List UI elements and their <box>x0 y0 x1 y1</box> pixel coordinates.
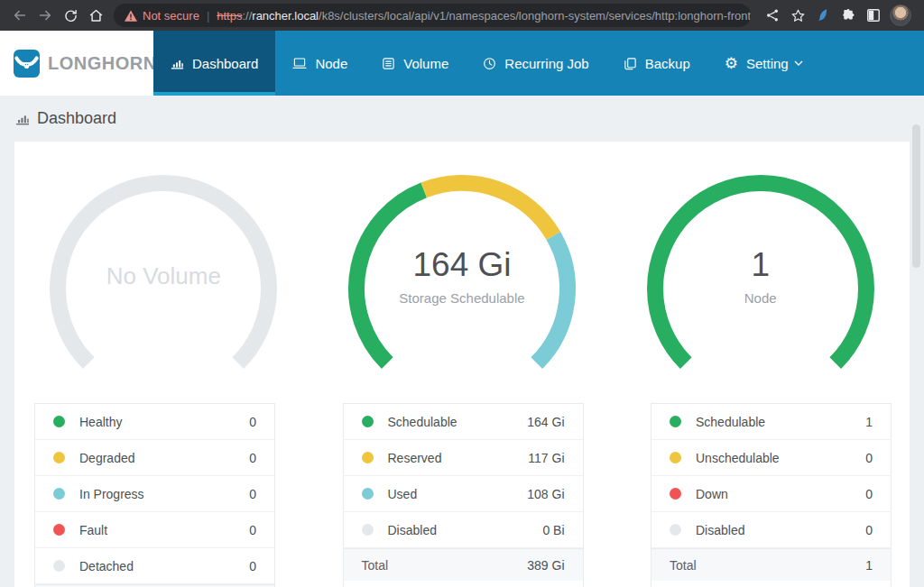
page-title-bar: Dashboard <box>0 96 924 142</box>
legend-label: Schedulable <box>388 415 457 429</box>
status-dot <box>53 416 65 427</box>
legend-value: 164 Gi <box>527 415 564 429</box>
copy-icon <box>624 57 637 70</box>
legend-label: Detached <box>79 559 134 573</box>
nav-tab-backup[interactable]: Backup <box>606 31 707 96</box>
legend-row-disabled: Disabled0 <box>651 512 891 548</box>
extensions-puzzle-icon[interactable] <box>836 3 861 28</box>
url-bar[interactable]: Not secure | https://rancher.local/k8s/c… <box>114 4 751 27</box>
nav-tab-label: Volume <box>403 56 448 71</box>
legend-value: 0 <box>249 487 256 501</box>
legend-label: Fault <box>79 523 107 537</box>
legend-label: Disabled <box>388 523 437 537</box>
legend-card: Healthy0Degraded0In Progress0Fault0Detac… <box>34 403 275 587</box>
chevron-down-icon <box>794 60 803 66</box>
page-title: Dashboard <box>37 109 116 128</box>
list-icon <box>382 57 395 70</box>
status-dot <box>362 416 374 427</box>
legend-row-disabled: Disabled0 Bi <box>344 512 583 548</box>
legend-row-unschedulable: Unschedulable0 <box>651 440 891 476</box>
legend-row-used: Used108 Gi <box>344 476 583 512</box>
profile-avatar[interactable] <box>890 5 911 26</box>
forward-icon[interactable] <box>32 3 58 28</box>
nav-tab-volume[interactable]: Volume <box>365 31 466 96</box>
page-scrollbar[interactable] <box>912 124 920 268</box>
gauge-volume: No Volume <box>14 174 313 392</box>
status-dot <box>670 524 681 536</box>
total-value: 1 <box>865 558 873 573</box>
legend-value: 0 <box>865 487 873 501</box>
nav-tab-dashboard[interactable]: Dashboard <box>153 31 275 96</box>
browser-menu-icon[interactable] <box>915 3 924 28</box>
nav-tab-node[interactable]: Node <box>275 31 365 96</box>
legend-label: Used <box>388 487 418 501</box>
status-dot <box>670 452 681 463</box>
status-dot <box>670 416 681 427</box>
bar-chart-icon <box>171 57 184 70</box>
legend-value: 0 <box>249 559 256 573</box>
home-icon[interactable] <box>83 3 108 28</box>
legends-row: Healthy0Degraded0In Progress0Fault0Detac… <box>14 392 910 587</box>
feather-extension-icon[interactable] <box>810 3 836 28</box>
app-header: LONGHORN DashboardNodeVolumeRecurring Jo… <box>0 31 924 96</box>
status-dot <box>53 488 65 500</box>
legend-label: Healthy <box>79 415 122 429</box>
legend-row-schedulable: Schedulable1 <box>651 404 891 440</box>
legend-label: Schedulable <box>696 415 765 429</box>
status-dot <box>53 560 65 572</box>
url-divider: | <box>207 9 209 23</box>
legend-label: Degraded <box>79 451 135 465</box>
brand-block[interactable]: LONGHORN <box>0 31 153 96</box>
clock-icon <box>483 57 496 70</box>
gauges-row: No Volume164 GiStorage Schedulable1Node <box>14 142 910 392</box>
status-dot <box>362 488 374 500</box>
legend-value: 0 <box>865 523 873 537</box>
bookmark-star-icon[interactable] <box>785 3 810 28</box>
url-path: /k8s/clusters/local/api/v1/namespaces/lo… <box>319 9 751 23</box>
legend-total-row: Total389 Gi <box>344 548 583 581</box>
legend-row-reserved: Reserved117 Gi <box>344 440 583 476</box>
gear-icon: ⚙ <box>725 56 738 71</box>
gauge-node: 1Node <box>611 174 910 392</box>
gauge-segment-used <box>537 236 568 363</box>
nav-tab-recurring-job[interactable]: Recurring Job <box>466 31 605 96</box>
url-host: rancher.local <box>252 9 319 23</box>
legend-row-degraded: Degraded0 <box>35 440 274 476</box>
gauge-segment-schedulable <box>655 183 866 363</box>
dashboard-panel: No Volume164 GiStorage Schedulable1Node … <box>14 142 910 587</box>
gauge-storage-schedulable: 164 GiStorage Schedulable <box>313 174 612 392</box>
gauge-chart: 1Node <box>634 174 887 392</box>
gauge-chart: 164 GiStorage Schedulable <box>336 174 588 392</box>
nav-tab-label: Recurring Job <box>504 56 588 71</box>
legend-value: 0 Bi <box>542 523 564 537</box>
nav-tab-label: Setting <box>746 56 789 71</box>
legend-value: 1 <box>865 415 873 429</box>
browser-toolbar: Not secure | https://rancher.local/k8s/c… <box>0 0 924 31</box>
legend-label: Down <box>696 487 728 501</box>
total-label: Total <box>362 558 389 573</box>
gauge-chart: No Volume <box>37 174 290 392</box>
legend-row-healthy: Healthy0 <box>35 404 274 440</box>
share-icon[interactable] <box>760 3 785 28</box>
legend-card: Schedulable1Unschedulable0Down0Disabled0… <box>651 403 892 587</box>
legend-total-row: Total1 <box>651 548 891 581</box>
side-panel-icon[interactable] <box>861 3 886 28</box>
legend-card: Schedulable164 GiReserved117 GiUsed108 G… <box>343 403 584 587</box>
reload-icon[interactable] <box>58 3 83 28</box>
nav-tab-setting[interactable]: ⚙Setting <box>707 31 820 96</box>
back-icon[interactable] <box>7 3 32 28</box>
legend-label: Disabled <box>696 523 744 537</box>
legend-row-detached: Detached0 <box>35 548 274 584</box>
gauge-segment-reserved <box>424 183 554 236</box>
bar-chart-icon <box>15 112 30 126</box>
total-value: 389 Gi <box>527 558 564 573</box>
legend-value: 0 <box>249 523 256 537</box>
legend-row-in-progress: In Progress0 <box>35 476 274 512</box>
nav-tab-label: Node <box>315 56 347 71</box>
legend-value: 108 Gi <box>527 487 564 501</box>
status-dot <box>53 452 65 463</box>
security-status: Not secure <box>143 9 199 23</box>
app-nav: DashboardNodeVolumeRecurring JobBackup⚙S… <box>153 31 820 96</box>
laptop-icon <box>292 56 307 70</box>
url-scheme: https <box>217 9 242 23</box>
